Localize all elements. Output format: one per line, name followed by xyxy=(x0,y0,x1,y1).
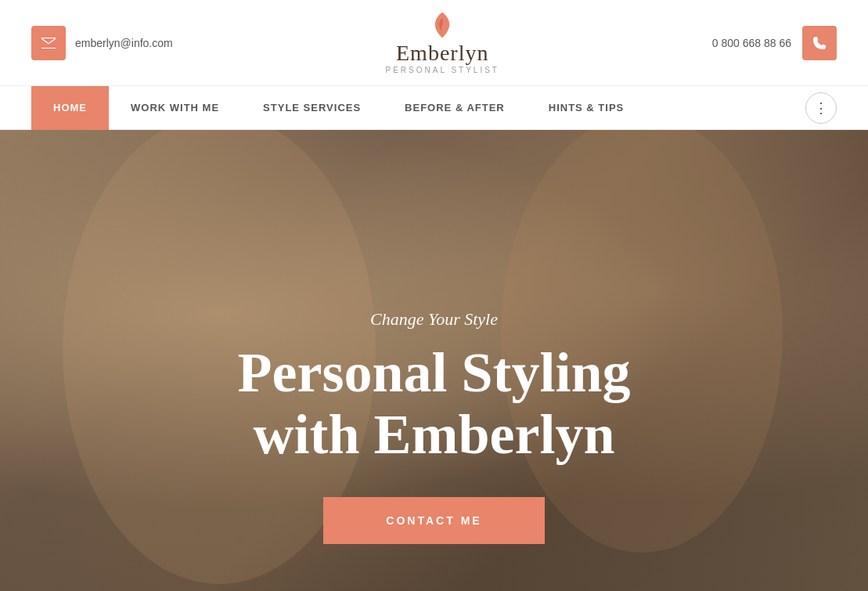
hero-tagline: Change Your Style xyxy=(160,309,708,330)
phone-icon-button[interactable] xyxy=(802,26,837,60)
nav-work-with-me[interactable]: WORK WITH ME xyxy=(109,86,241,130)
nav-before-after[interactable]: BEFORE & AFTER xyxy=(383,86,527,130)
email-address: emberlyn@info.com xyxy=(75,37,173,49)
phone-number: 0 800 668 88 66 xyxy=(712,37,791,49)
header-right: 0 800 668 88 66 xyxy=(712,26,837,60)
logo-subtitle: PERSONAL STYLIST xyxy=(386,66,499,74)
nav-home[interactable]: HOME xyxy=(31,86,109,130)
hero-title: Personal Styling with Emberlyn xyxy=(160,342,708,466)
phone-icon xyxy=(812,36,827,50)
hero-section: Change Your Style Personal Styling with … xyxy=(0,130,868,591)
logo-icon xyxy=(428,11,456,39)
nav-hints-tips[interactable]: HINTS & TIPS xyxy=(527,86,646,130)
more-dots-icon: ⋮ xyxy=(814,99,828,117)
hero-content: Change Your Style Personal Styling with … xyxy=(160,309,708,544)
hero-title-line1: Personal Styling xyxy=(237,341,630,404)
header: emberlyn@info.com Emberlyn PERSONAL STYL… xyxy=(0,0,868,86)
email-icon-button[interactable] xyxy=(31,26,66,60)
envelope-icon xyxy=(41,38,56,49)
logo-name: Emberlyn xyxy=(396,42,488,64)
hero-title-line2: with Emberlyn xyxy=(253,403,614,466)
navbar: HOME WORK WITH ME STYLE SERVICES BEFORE … xyxy=(0,86,868,130)
contact-me-button[interactable]: CONTACT ME xyxy=(323,497,544,544)
nav-more-button[interactable]: ⋮ xyxy=(805,92,837,124)
nav-style-services[interactable]: STYLE SERVICES xyxy=(241,86,383,130)
header-left: emberlyn@info.com xyxy=(31,26,173,60)
logo[interactable]: Emberlyn PERSONAL STYLIST xyxy=(386,11,499,74)
